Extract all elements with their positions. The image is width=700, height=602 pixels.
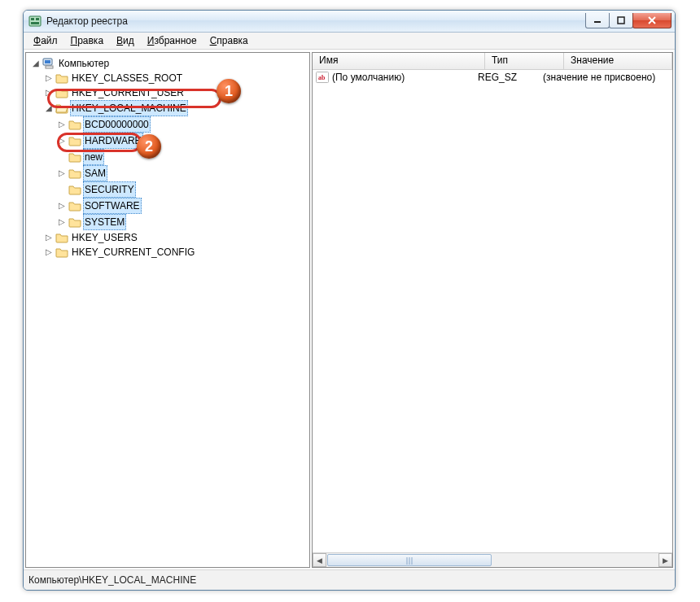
tree-node-computer[interactable]: ◢ Компьютер <box>31 56 308 71</box>
tree-label: HKEY_CURRENT_CONFIG <box>70 245 196 260</box>
tree-label: BCD00000000 <box>83 116 151 133</box>
tree-pane: ◢ Компьютер ▷ HKEY_CLASSES_ROOT <box>25 52 310 568</box>
tree-node-security[interactable]: ▷ SECURITY <box>57 181 308 198</box>
list-row[interactable]: ab (По умолчанию) REG_SZ (значение не пр… <box>313 70 672 85</box>
statusbar: Компьютер\HKEY_LOCAL_MACHINE <box>24 569 675 590</box>
tree-label: HARDWARE <box>83 133 143 149</box>
tree-node-hkcc[interactable]: ▷ HKEY_CURRENT_CONFIG <box>44 245 308 260</box>
horizontal-scrollbar[interactable]: ◀ ▶ <box>313 552 672 567</box>
expander-icon[interactable]: ▷ <box>57 217 67 227</box>
scroll-left-button[interactable]: ◀ <box>313 553 326 567</box>
folder-icon <box>68 168 81 179</box>
tree-node-bcd[interactable]: ▷ BCD00000000 <box>57 116 308 133</box>
maximize-button[interactable] <box>609 13 633 28</box>
tree-node-hkcr[interactable]: ▷ HKEY_CLASSES_ROOT <box>44 71 308 85</box>
registry-editor-window: Редактор реестра Файл Правка Вид Избранн… <box>23 10 676 591</box>
registry-tree[interactable]: ◢ Компьютер ▷ HKEY_CLASSES_ROOT <box>26 53 309 263</box>
scroll-thumb[interactable] <box>327 554 492 566</box>
svg-rect-10 <box>46 66 53 68</box>
computer-icon <box>42 58 55 69</box>
tree-label: SAM <box>83 165 107 181</box>
cell-type: REG_SZ <box>478 72 543 83</box>
minimize-button[interactable] <box>585 13 610 28</box>
tree-label: HKEY_LOCAL_MACHINE <box>70 100 188 116</box>
column-header-value[interactable]: Значение <box>564 53 672 69</box>
expander-icon[interactable]: ▷ <box>57 201 67 211</box>
folder-icon <box>68 151 81 163</box>
menu-favorites[interactable]: Избранное <box>142 34 202 47</box>
tree-node-hku[interactable]: ▷ HKEY_USERS <box>44 230 308 245</box>
cell-name: (По умолчанию) <box>332 72 405 83</box>
folder-icon <box>68 135 81 146</box>
svg-rect-3 <box>31 22 39 24</box>
string-value-icon: ab <box>316 72 329 83</box>
expander-icon[interactable]: ▷ <box>57 136 67 146</box>
svg-rect-2 <box>36 18 39 20</box>
folder-icon <box>55 246 68 258</box>
folder-icon <box>68 200 81 212</box>
menu-edit[interactable]: Правка <box>66 34 109 47</box>
folder-icon <box>55 232 68 243</box>
expander-icon[interactable]: ▷ <box>44 88 54 98</box>
cell-value: (значение не присвоено) <box>543 72 672 83</box>
folder-icon <box>68 216 81 228</box>
expander-icon[interactable]: ▷ <box>44 247 54 257</box>
tree-label: SOFTWARE <box>83 198 142 214</box>
folder-icon <box>55 87 68 98</box>
tree-label: HKEY_USERS <box>70 230 139 245</box>
window-buttons <box>586 13 672 28</box>
tree-node-software[interactable]: ▷ SOFTWARE <box>57 198 308 214</box>
svg-rect-5 <box>618 17 624 24</box>
scroll-right-button[interactable]: ▶ <box>658 553 672 567</box>
tree-node-new[interactable]: ▷ new <box>57 149 308 165</box>
folder-icon <box>68 184 81 195</box>
statusbar-path: Компьютер\HKEY_LOCAL_MACHINE <box>28 574 196 586</box>
menu-help[interactable]: Справка <box>205 34 253 47</box>
menu-file[interactable]: Файл <box>28 34 63 47</box>
folder-icon <box>68 119 81 130</box>
svg-rect-9 <box>45 60 50 63</box>
expander-icon[interactable]: ◢ <box>44 103 54 113</box>
menu-view[interactable]: Вид <box>112 34 139 47</box>
client-area: ◢ Компьютер ▷ HKEY_CLASSES_ROOT <box>24 50 675 569</box>
regedit-icon <box>28 15 42 28</box>
list-header: Имя Тип Значение <box>313 53 672 70</box>
column-header-type[interactable]: Тип <box>485 53 564 69</box>
tree-node-sam[interactable]: ▷ SAM <box>57 165 308 181</box>
svg-text:ab: ab <box>318 74 326 81</box>
values-pane: Имя Тип Значение ab (По умолчанию) <box>312 52 673 568</box>
tree-label: HKEY_CLASSES_ROOT <box>70 71 184 85</box>
tree-node-hkcu[interactable]: ▷ HKEY_CURRENT_USER <box>44 85 308 100</box>
folder-icon <box>55 72 68 84</box>
list-body[interactable]: ab (По умолчанию) REG_SZ (значение не пр… <box>313 70 672 552</box>
expander-icon[interactable]: ◢ <box>31 59 41 68</box>
folder-open-icon <box>55 103 68 114</box>
tree-label: Компьютер <box>57 56 111 71</box>
tree-node-hardware[interactable]: ▷ HARDWARE <box>57 133 308 149</box>
tree-label: SYSTEM <box>83 214 126 230</box>
tree-label: HKEY_CURRENT_USER <box>70 85 186 100</box>
tree-node-system[interactable]: ▷ SYSTEM <box>57 214 308 230</box>
expander-icon[interactable]: ▷ <box>57 168 67 178</box>
expander-icon[interactable]: ▷ <box>57 120 67 129</box>
window-title: Редактор реестра <box>46 15 128 27</box>
expander-icon[interactable]: ▷ <box>44 233 54 242</box>
expander-icon[interactable]: ▷ <box>44 73 54 83</box>
menubar: Файл Правка Вид Избранное Справка <box>24 33 675 50</box>
tree-node-hklm[interactable]: ◢ HKEY_LOCAL_MACHINE <box>44 100 308 116</box>
svg-rect-1 <box>31 18 34 20</box>
column-header-name[interactable]: Имя <box>313 53 485 69</box>
tree-label: SECURITY <box>83 181 136 198</box>
tree-label: new <box>83 149 104 165</box>
close-button[interactable] <box>632 13 672 28</box>
titlebar[interactable]: Редактор реестра <box>24 11 675 33</box>
svg-rect-0 <box>29 16 41 26</box>
